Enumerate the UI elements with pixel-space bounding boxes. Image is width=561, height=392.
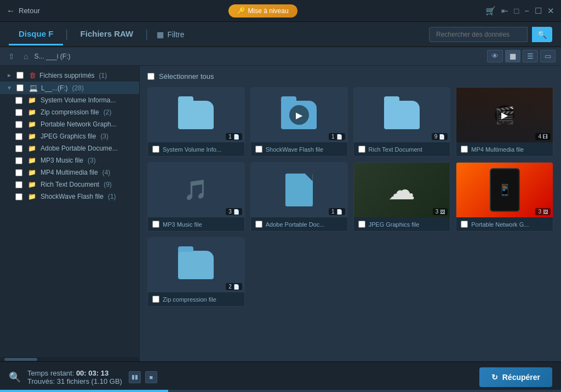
sidebar-item-mp4[interactable]: 📁 MP4 Multimedia file (4) [0, 166, 139, 178]
checkbox-item-pdf[interactable] [255, 221, 262, 228]
sidebar-count-jpeg: (3) [100, 132, 108, 140]
sidebar-item-rtf[interactable]: 📁 Rich Text Document (9) [0, 178, 139, 191]
detail-view-button[interactable]: ▭ [540, 50, 556, 62]
folder-icon-8: 📁 [28, 181, 36, 188]
label-swf: ShockWave Flash file [266, 146, 323, 153]
footer-zip: Zip compression file [148, 292, 244, 306]
checkbox-sysvolume[interactable] [15, 97, 22, 104]
checkbox-item-zip[interactable] [152, 296, 159, 303]
grid-item-sysvolume[interactable]: 1 📄 System Volume Info... [147, 87, 245, 157]
recover-button[interactable]: ↻ Récupérer [479, 367, 552, 387]
sidebar-item-swf[interactable]: 📁 ShockWave Flash file (1) [0, 191, 139, 203]
scrollbar-thumb[interactable] [4, 358, 37, 361]
grid-item-pdf[interactable]: 1 📄 Adobe Portable Doc... [250, 162, 348, 232]
recover-label: Récupérer [502, 373, 540, 382]
checkbox-drive[interactable] [16, 84, 24, 91]
doc-icon-sysvolume: 📄 [233, 134, 239, 140]
sidebar-item-jpeg[interactable]: 📁 JPEG Graphics file (3) [0, 130, 139, 142]
footer-jpeg: JPEG Graphics file [354, 217, 450, 231]
chevron-right-icon: ► [7, 72, 12, 78]
grid-view-button[interactable]: ▦ [505, 50, 520, 62]
progress-bar-container [0, 390, 561, 392]
checkbox-mp3[interactable] [15, 157, 22, 164]
search-button[interactable]: 🔍 [532, 27, 552, 42]
badge-rtf: 9 📄 [432, 133, 448, 140]
checkbox-mp4[interactable] [15, 169, 22, 176]
grid-item-swf[interactable]: ▶ 1 📄 ShockWave Flash file [250, 87, 348, 157]
content-area: Sélectionner tous 1 📄 System Volume Info… [140, 66, 561, 361]
select-all-checkbox[interactable] [147, 73, 154, 80]
checkbox-jpeg[interactable] [15, 133, 22, 140]
checkbox-png[interactable] [15, 121, 22, 128]
footer-png: Portable Network G... [456, 217, 553, 231]
folder-thumb-rtf [384, 101, 420, 129]
folder-icon: 📁 [28, 96, 36, 104]
sidebar-item-png[interactable]: 📁 Portable Network Graph... [0, 118, 139, 130]
sidebar-label-swf: ShockWave Flash file [41, 193, 104, 200]
back-button[interactable]: ← Retour [7, 6, 40, 16]
checkbox-item-swf[interactable] [255, 146, 262, 153]
sidebar-scrollbar[interactable] [0, 357, 140, 361]
folder-thumb-zip [178, 251, 214, 279]
maximize-button[interactable]: ☐ [535, 6, 542, 16]
sidebar-label-png: Portable Network Graph... [41, 120, 117, 128]
grid-item-rtf[interactable]: 9 📄 Rich Text Document [353, 87, 451, 157]
cart-icon[interactable]: 🛒 [485, 6, 496, 16]
checkbox-zip[interactable] [15, 109, 22, 116]
grid-item-jpeg[interactable]: ☁ 3 🖼 JPEG Graphics file [353, 162, 451, 232]
checkbox-pdf[interactable] [15, 145, 22, 152]
sidebar-count-drive: (28) [72, 84, 84, 92]
home-button[interactable]: ⌂ [21, 51, 31, 62]
badge-count-pdf: 1 [331, 209, 335, 215]
badge-count-sysvolume: 1 [228, 134, 232, 140]
badge-pdf: 1 📄 [329, 208, 345, 215]
checkbox-item-jpeg[interactable] [358, 221, 365, 228]
badge-swf: 1 📄 [329, 133, 345, 140]
grid-item-mp4[interactable]: 🎬 ▶ 4 🎞 MP4 Multimedia file [456, 87, 553, 157]
close-button[interactable]: ✕ [547, 6, 554, 16]
search-input[interactable] [429, 27, 528, 42]
minimize-button[interactable]: − [524, 6, 529, 15]
checkbox-item-sysvolume[interactable] [152, 146, 159, 153]
checkbox-rtf[interactable] [15, 181, 22, 188]
tab-disk[interactable]: Disque F [9, 24, 63, 45]
checkbox-item-mp3[interactable] [152, 221, 159, 228]
sidebar-item-drive[interactable]: ▼ 💻 L__...(F:) (28) [0, 82, 139, 94]
checkbox-item-rtf[interactable] [358, 146, 365, 153]
filter-button[interactable]: ▦ Filtre [150, 27, 191, 42]
upgrade-button[interactable]: 🔑 Mise à niveau [228, 4, 297, 18]
img-icon-jpeg: 🖼 [440, 209, 445, 215]
list-view-button[interactable]: ☰ [523, 50, 538, 62]
checkbox-item-png[interactable] [461, 221, 468, 228]
checkbox-item-mp4[interactable] [461, 146, 468, 153]
upgrade-label: Mise à niveau [248, 7, 289, 15]
preview-button[interactable]: 👁 [487, 50, 503, 62]
checkbox-swf[interactable] [15, 193, 22, 200]
sidebar-item-zip[interactable]: 📁 Zip compression file (2) [0, 106, 139, 118]
badge-count-png: 3 [538, 209, 541, 215]
sidebar-item-mp3[interactable]: 📁 MP3 Music file (3) [0, 154, 139, 166]
up-button[interactable]: ⇧ [5, 51, 18, 62]
badge-png: 3 🖼 [535, 208, 551, 215]
share-icon[interactable]: ⇤ [501, 6, 508, 16]
status-controls: ▮▮ ■ [129, 371, 157, 383]
tab-raw-files[interactable]: Fichiers RAW [71, 24, 144, 45]
stop-button[interactable]: ■ [145, 371, 157, 383]
sidebar-item-deleted[interactable]: ► 🗑 Fichiers supprimés (1) [0, 69, 139, 82]
grid-item-mp3[interactable]: 🎵 3 📄 MP3 Music file [147, 162, 245, 232]
sidebar-item-sysvolume[interactable]: 📁 System Volume Informa... [0, 94, 139, 106]
breadcrumb-path: S... ___i (F:) [34, 53, 484, 60]
folder-thumb-sysvolume [178, 101, 214, 129]
checkbox-deleted[interactable] [16, 72, 24, 79]
folder-icon-9: 📁 [28, 193, 36, 200]
sidebar-label-sysvolume: System Volume Informa... [41, 96, 116, 104]
tab-bar-right: 🔍 [429, 27, 552, 42]
doc-icon-pdf: 📄 [336, 209, 342, 215]
box-icon[interactable]: □ [514, 6, 519, 15]
sidebar-count-swf: (1) [108, 193, 116, 200]
grid-item-zip[interactable]: 2 📄 Zip compression file [147, 237, 245, 307]
pause-button[interactable]: ▮▮ [129, 371, 141, 383]
sidebar-item-pdf[interactable]: 📁 Adobe Portable Docume... [0, 142, 139, 154]
grid-item-png[interactable]: 📱 3 🖼 Portable Network G... [456, 162, 553, 232]
thumb-jpeg: ☁ 3 🖼 [354, 163, 450, 217]
